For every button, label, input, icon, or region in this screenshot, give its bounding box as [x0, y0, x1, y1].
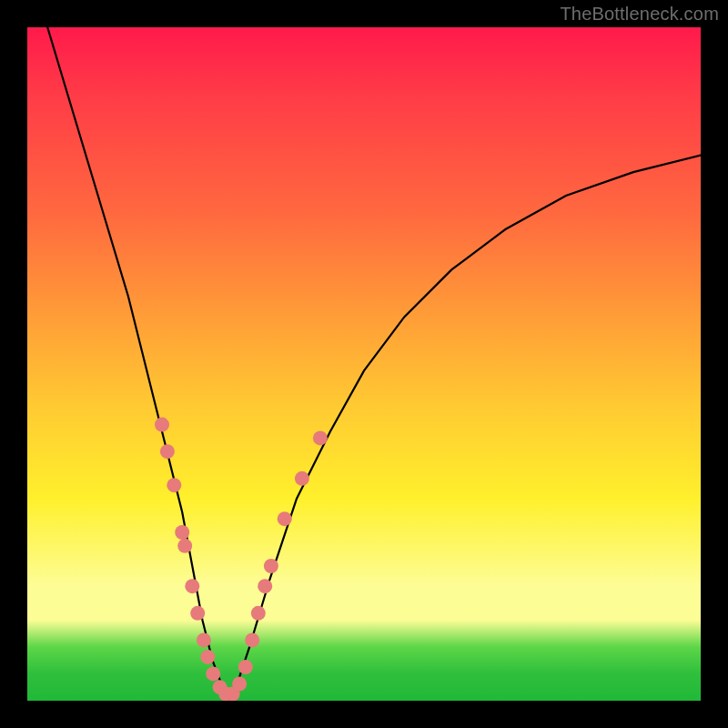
- sample-dot: [160, 444, 175, 459]
- sample-dot: [245, 632, 259, 647]
- sample-dot: [251, 606, 266, 621]
- sample-dot: [175, 525, 189, 540]
- sample-dot: [197, 632, 211, 647]
- sample-dots: [27, 27, 701, 701]
- sample-dot: [232, 677, 247, 692]
- sample-dot: [177, 539, 192, 553]
- sample-dot: [295, 471, 309, 486]
- chart-frame: TheBottleneck.com: [0, 0, 728, 728]
- sample-dot: [185, 579, 199, 593]
- sample-dot: [313, 430, 328, 445]
- sample-dot: [258, 579, 272, 593]
- sample-dot: [264, 559, 278, 573]
- sample-dot: [155, 418, 169, 432]
- plot-area: [27, 27, 701, 701]
- watermark-text: TheBottleneck.com: [560, 4, 719, 25]
- sample-dot: [190, 606, 205, 621]
- sample-dot: [206, 666, 220, 681]
- sample-dot: [200, 650, 215, 664]
- sample-dot: [238, 660, 253, 674]
- sample-dot: [167, 478, 181, 492]
- sample-dot: [278, 511, 292, 526]
